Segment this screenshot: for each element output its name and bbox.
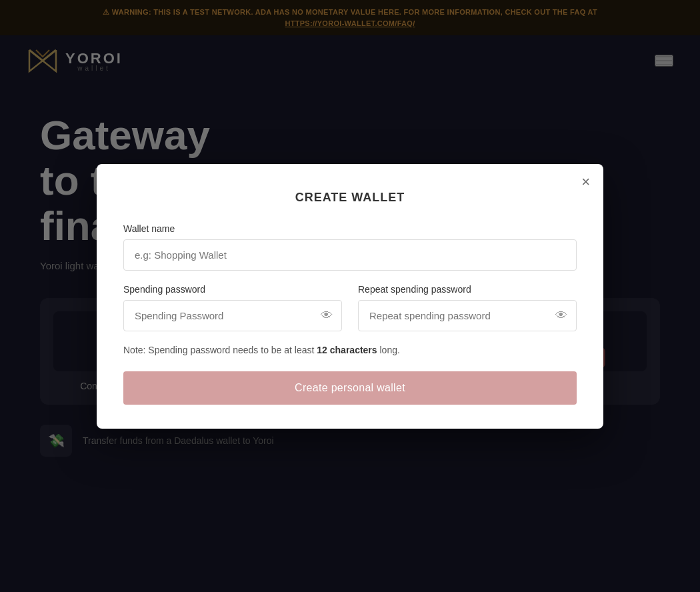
wallet-name-input[interactable] <box>123 239 577 271</box>
repeat-password-wrapper: 👁 <box>358 300 577 331</box>
note-suffix: long. <box>377 345 400 355</box>
create-wallet-modal: CREATE WALLET × Wallet name Spending pas… <box>97 164 603 429</box>
spending-password-group: Spending password 👁 <box>123 284 342 331</box>
repeat-password-label: Repeat spending password <box>358 284 577 295</box>
wallet-name-label: Wallet name <box>123 223 577 234</box>
modal-title: CREATE WALLET <box>123 191 577 205</box>
repeat-password-input[interactable] <box>358 300 577 331</box>
note-chars: 12 characters <box>317 345 377 355</box>
spending-eye-icon[interactable]: 👁 <box>321 309 333 323</box>
modal-overlay: CREATE WALLET × Wallet name Spending pas… <box>0 0 700 592</box>
modal-close-button[interactable]: × <box>581 175 590 189</box>
repeat-eye-icon[interactable]: 👁 <box>555 309 567 323</box>
create-personal-wallet-button[interactable]: Create personal wallet <box>123 371 577 405</box>
note-prefix: Note: Spending password needs to be at l… <box>123 345 317 355</box>
password-row: Spending password 👁 Repeat spending pass… <box>123 284 577 345</box>
password-note: Note: Spending password needs to be at l… <box>123 345 577 355</box>
repeat-password-group: Repeat spending password 👁 <box>358 284 577 331</box>
spending-password-input[interactable] <box>123 300 342 331</box>
spending-password-label: Spending password <box>123 284 342 295</box>
wallet-name-group: Wallet name <box>123 223 577 271</box>
spending-password-wrapper: 👁 <box>123 300 342 331</box>
